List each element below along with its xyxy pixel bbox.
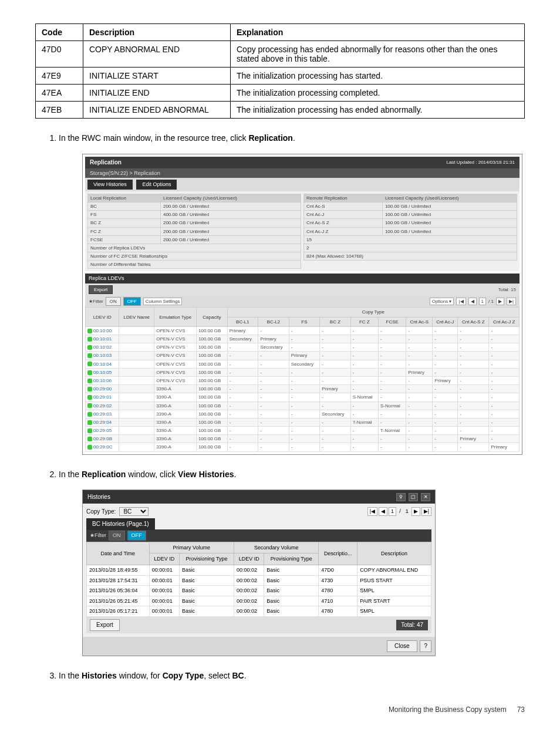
volume-icon bbox=[87, 345, 92, 350]
table-row: 2013/01/26 05:36:0400:00:01Basic00:00:02… bbox=[87, 586, 431, 596]
steps-list: In the RWC main window, in the resource … bbox=[35, 133, 525, 682]
volume-icon bbox=[87, 437, 92, 441]
volume-icon bbox=[87, 420, 92, 425]
close-icon[interactable]: ✕ bbox=[421, 493, 430, 501]
code-header-expl: Explanation bbox=[231, 24, 525, 41]
table-row: 00:29:0B3390-A100.00 GB--------Primary- bbox=[86, 435, 519, 443]
footer-page: 73 bbox=[517, 706, 525, 714]
histories-table: Date and Time Primary Volume Secondary V… bbox=[86, 542, 431, 617]
last-updated: Last Updated : 2014/03/18 21:31 bbox=[446, 159, 515, 166]
table-row: 00:10:01OPEN-V CVS100.00 GBSecondaryPrim… bbox=[86, 335, 519, 343]
hist-filter-off[interactable]: OFF bbox=[127, 531, 146, 541]
table-row: 00:10:02OPEN-V CVS100.00 GB-Secondary---… bbox=[86, 343, 519, 352]
table-row: 47D0COPY ABNORMAL ENDCopy processing has… bbox=[36, 41, 525, 67]
tab-edit-options[interactable]: Edit Options bbox=[136, 180, 177, 190]
code-table: Code Description Explanation 47D0COPY AB… bbox=[35, 23, 525, 119]
page-first[interactable]: |◀ bbox=[367, 507, 377, 516]
table-row: 47E9INITIALIZE STARTThe initialization p… bbox=[36, 67, 525, 85]
table-row: 00:29:023390-A100.00 GB-----S-Normal---- bbox=[86, 401, 519, 410]
table-row: 2013/01/26 05:17:2100:00:01Basic00:00:02… bbox=[87, 606, 431, 617]
table-row: 00:10:03OPEN-V CVS100.00 GB--Primary----… bbox=[86, 352, 519, 360]
table-row: 47EBINITIALIZE ENDED ABNORMALThe initial… bbox=[36, 102, 525, 119]
window-controls: ⚲ ▢ ✕ bbox=[395, 492, 430, 501]
table-row: 00:10:05OPEN-V CVS100.00 GB------Primary… bbox=[86, 368, 519, 376]
page-next[interactable]: ▶ bbox=[411, 507, 420, 516]
volume-icon bbox=[87, 445, 92, 450]
page-last[interactable]: ▶| bbox=[421, 507, 431, 516]
volume-icon bbox=[87, 387, 92, 391]
help-button[interactable]: ? bbox=[420, 640, 431, 652]
page-prev[interactable]: ◀ bbox=[379, 507, 387, 516]
replication-screenshot: Replication Last Updated : 2014/03/18 21… bbox=[82, 154, 522, 455]
volume-icon bbox=[87, 395, 92, 400]
histories-tab[interactable]: BC Histories (Page.1) bbox=[86, 518, 155, 530]
copy-type-select[interactable]: BC bbox=[119, 507, 149, 516]
code-header-desc: Description bbox=[83, 24, 231, 41]
hist-filter-on[interactable]: ON bbox=[109, 531, 125, 541]
volume-icon bbox=[87, 379, 92, 383]
breadcrumb[interactable]: Storage(S/N:22) > Replication bbox=[85, 168, 519, 178]
page-total: 1 bbox=[404, 508, 410, 515]
histories-title: Histories bbox=[87, 493, 110, 501]
close-button[interactable]: Close bbox=[387, 640, 417, 652]
volume-icon bbox=[87, 353, 92, 358]
volume-icon bbox=[87, 428, 92, 433]
export-button[interactable]: Export bbox=[89, 285, 113, 294]
total-count: Total: 15 bbox=[498, 286, 516, 293]
replica-ldevs-label: Replica LDEVs bbox=[85, 274, 519, 283]
code-header-code: Code bbox=[36, 24, 83, 41]
filter-off[interactable]: OFF bbox=[123, 297, 141, 306]
hist-export-button[interactable]: Export bbox=[90, 619, 120, 631]
filter-on[interactable]: ON bbox=[106, 297, 121, 306]
replica-table: LDEV ID LDEV Name Emulation Type Capacit… bbox=[85, 307, 519, 451]
step-2: In the Replication window, click View Hi… bbox=[59, 469, 525, 656]
histories-screenshot: Histories ⚲ ▢ ✕ Copy Type: BC |◀ ◀ 1 bbox=[82, 490, 436, 656]
replication-title: Replication bbox=[90, 158, 122, 167]
table-row: 00:29:003390-A100.00 GB---Primary------ bbox=[86, 385, 519, 393]
column-settings-button[interactable]: Column Settings bbox=[143, 298, 183, 305]
maximize-icon[interactable]: ▢ bbox=[409, 493, 418, 501]
volume-icon bbox=[87, 412, 92, 417]
table-row: 00:10:06OPEN-V CVS100.00 GB-------Primar… bbox=[86, 376, 519, 384]
volume-icon bbox=[87, 370, 92, 375]
volume-icon bbox=[87, 362, 92, 366]
options-button[interactable]: Options ▾ bbox=[430, 298, 454, 305]
table-row: 2013/01/26 05:21:4500:00:01Basic00:00:02… bbox=[87, 596, 431, 606]
volume-icon bbox=[87, 403, 92, 408]
table-row: 00:10:04OPEN-V CVS100.00 GB--Secondary--… bbox=[86, 360, 519, 368]
replication-toolbar: View Histories Edit Options bbox=[85, 178, 519, 191]
page-current: 1 bbox=[389, 507, 396, 516]
volume-icon bbox=[87, 329, 92, 333]
page-footer: Monitoring the Business Copy system 73 bbox=[35, 706, 525, 714]
table-row: 00:29:033390-A100.00 GB---Secondary-----… bbox=[86, 410, 519, 418]
table-row: 47EAINITIALIZE ENDThe initialization pro… bbox=[36, 85, 525, 102]
tab-view-histories[interactable]: View Histories bbox=[87, 180, 133, 190]
table-row: 00:10:00OPEN-V CVS100.00 GBPrimary------… bbox=[86, 326, 519, 335]
copy-type-label: Copy Type: bbox=[86, 508, 116, 516]
table-row: 00:29:043390-A100.00 GB----T-Normal----- bbox=[86, 418, 519, 426]
filter-icon[interactable]: ⚲ bbox=[396, 493, 406, 501]
footer-section: Monitoring the Business Copy system bbox=[389, 706, 507, 714]
table-row: 2013/01/28 17:54:3100:00:01Basic00:00:02… bbox=[87, 575, 431, 586]
table-row: 00:29:0C3390-A100.00 GB---------Primary bbox=[86, 443, 519, 451]
table-row: 00:29:053390-A100.00 GB-----T-Normal---- bbox=[86, 427, 519, 435]
volume-icon bbox=[87, 337, 92, 342]
step-3: In the Histories window, for Copy Type, … bbox=[59, 670, 525, 682]
step-1: In the RWC main window, in the resource … bbox=[59, 133, 525, 455]
table-row: 00:29:013390-A100.00 GB----S-Normal----- bbox=[86, 393, 519, 401]
table-row: 2013/01/28 18:49:5500:00:01Basic00:00:02… bbox=[87, 565, 431, 576]
